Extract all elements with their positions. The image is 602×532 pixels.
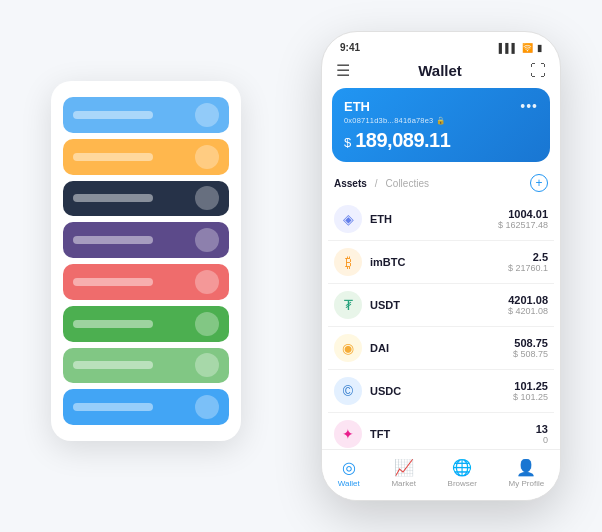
usdt-icon: ₮ [334,291,362,319]
asset-row-dai[interactable]: ◉DAI508.75$ 508.75 [328,327,554,370]
assets-header: Assets / Collecties + [322,172,560,198]
phone-device: 9:41 ▌▌▌ 🛜 ▮ ☰ Wallet ⛶ ETH ••• 0x08711d… [321,31,561,501]
balance-symbol: $ [344,135,351,150]
imbtc-amount: 2.5 [508,251,548,263]
usdc-amount: 101.25 [513,380,548,392]
usdt-values: 4201.08$ 4201.08 [508,294,548,316]
tft-values: 130 [536,423,548,445]
usdt-name: USDT [370,299,508,311]
imbtc-name: imBTC [370,256,508,268]
tab-divider: / [375,178,378,189]
asset-row-usdc[interactable]: ©USDC101.25$ 101.25 [328,370,554,413]
nav-icon-profile: 👤 [516,458,536,477]
usdc-values: 101.25$ 101.25 [513,380,548,402]
back-card-0[interactable] [63,97,229,133]
asset-list: ◈ETH1004.01$ 162517.48₿imBTC2.5$ 21760.1… [322,198,560,449]
nav-icon-market: 📈 [394,458,414,477]
imbtc-icon: ₿ [334,248,362,276]
nav-label-market: Market [391,479,415,488]
eth-address: 0x08711d3b...8416a78e3 🔒 [344,116,538,125]
dai-values: 508.75$ 508.75 [513,337,548,359]
menu-icon[interactable]: ☰ [336,61,350,80]
usdc-usd: $ 101.25 [513,392,548,402]
scene: 9:41 ▌▌▌ 🛜 ▮ ☰ Wallet ⛶ ETH ••• 0x08711d… [31,21,571,511]
nav-item-market[interactable]: 📈Market [391,458,415,488]
back-card-1[interactable] [63,139,229,175]
eth-amount: 1004.01 [498,208,548,220]
dai-name: DAI [370,342,513,354]
back-card-4[interactable] [63,264,229,300]
usdc-icon: © [334,377,362,405]
tft-amount: 13 [536,423,548,435]
tft-icon: ✦ [334,420,362,448]
back-card-7[interactable] [63,389,229,425]
eth-card[interactable]: ETH ••• 0x08711d3b...8416a78e3 🔒 $ 189,0… [332,88,550,162]
page-title: Wallet [418,62,462,79]
nav-icon-wallet: ◎ [342,458,356,477]
nav-item-wallet[interactable]: ◎Wallet [338,458,360,488]
expand-icon[interactable]: ⛶ [530,62,546,80]
status-bar: 9:41 ▌▌▌ 🛜 ▮ [322,32,560,57]
tft-usd: 0 [536,435,548,445]
imbtc-values: 2.5$ 21760.1 [508,251,548,273]
add-asset-button[interactable]: + [530,174,548,192]
back-card-6[interactable] [63,348,229,384]
eth-values: 1004.01$ 162517.48 [498,208,548,230]
eth-usd: $ 162517.48 [498,220,548,230]
dai-amount: 508.75 [513,337,548,349]
usdt-usd: $ 4201.08 [508,306,548,316]
card-panel [51,81,241,441]
tft-name: TFT [370,428,536,440]
wifi-icon: 🛜 [522,43,533,53]
asset-row-eth[interactable]: ◈ETH1004.01$ 162517.48 [328,198,554,241]
nav-label-wallet: Wallet [338,479,360,488]
usdc-name: USDC [370,385,513,397]
eth-balance: 189,089.11 [355,129,450,152]
dai-icon: ◉ [334,334,362,362]
phone-header: ☰ Wallet ⛶ [322,57,560,88]
tab-assets[interactable]: Assets [334,178,367,189]
asset-row-usdt[interactable]: ₮USDT4201.08$ 4201.08 [328,284,554,327]
status-icons: ▌▌▌ 🛜 ▮ [499,43,542,53]
back-card-2[interactable] [63,181,229,217]
signal-icon: ▌▌▌ [499,43,518,53]
back-card-3[interactable] [63,222,229,258]
eth-token-label: ETH [344,99,370,114]
asset-row-imbtc[interactable]: ₿imBTC2.5$ 21760.1 [328,241,554,284]
asset-row-tft[interactable]: ✦TFT130 [328,413,554,449]
more-icon[interactable]: ••• [520,98,538,114]
battery-icon: ▮ [537,43,542,53]
nav-item-profile[interactable]: 👤My Profile [509,458,545,488]
eth-name: ETH [370,213,498,225]
assets-tabs: Assets / Collecties [334,178,429,189]
usdt-amount: 4201.08 [508,294,548,306]
time: 9:41 [340,42,360,53]
nav-item-browser[interactable]: 🌐Browser [448,458,477,488]
dai-usd: $ 508.75 [513,349,548,359]
back-card-5[interactable] [63,306,229,342]
nav-label-browser: Browser [448,479,477,488]
nav-label-profile: My Profile [509,479,545,488]
nav-icon-browser: 🌐 [452,458,472,477]
imbtc-usd: $ 21760.1 [508,263,548,273]
tab-collecties[interactable]: Collecties [386,178,429,189]
bottom-nav: ◎Wallet📈Market🌐Browser👤My Profile [322,449,560,500]
eth-icon: ◈ [334,205,362,233]
